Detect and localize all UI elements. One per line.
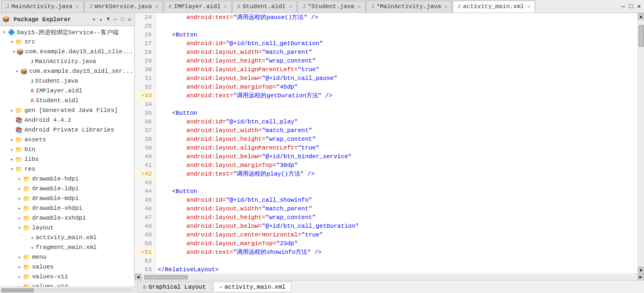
tree-expand-arrow[interactable]: ▾ xyxy=(9,39,15,45)
scroll-left-btn[interactable]: ◀ xyxy=(135,274,141,280)
tree-expand-arrow[interactable]: ▾ xyxy=(16,225,23,231)
tab-close-btn[interactable]: ✕ xyxy=(444,4,447,10)
tab-close-btn[interactable]: ✕ xyxy=(527,4,530,10)
tab-_MainActivity_java[interactable]: J*MainActivity.java✕ xyxy=(366,1,452,13)
tree-item-fragment_main[interactable]: ✦fragment_main.xml xyxy=(0,242,134,252)
code-content[interactable]: android:text="调用远程的pause()方法" /> <Button… xyxy=(156,13,637,273)
bottom-tab-Graphical_Layout[interactable]: ⊞ Graphical Layout xyxy=(137,282,212,292)
tree-expand-arrow[interactable]: ▸ xyxy=(9,157,15,163)
tree-item-implayer[interactable]: AIMPlayer.aidl xyxy=(0,86,134,96)
explorer-menu-btn[interactable]: ▼ xyxy=(106,16,111,23)
tree-item-pkg1[interactable]: ▾📦com.example.day15_aidl_clie... xyxy=(0,47,134,57)
tab-Student_aidl[interactable]: AStudent.aidl✕ xyxy=(232,1,297,13)
tree-item-android442[interactable]: 📚Android 4.4.2 xyxy=(0,115,134,125)
tree-item-activity_main[interactable]: ✦activity_main.xml xyxy=(0,233,134,242)
scroll-down-btn[interactable]: ▼ xyxy=(638,267,645,273)
tree-expand-arrow[interactable]: ▸ xyxy=(16,176,23,182)
tree-expand-arrow[interactable]: ▸ xyxy=(9,147,15,153)
explorer-collapse-btn[interactable]: ▾ xyxy=(91,16,97,23)
tab-label: MainActivity.java xyxy=(11,3,72,10)
tab-bar-controls: —□✕ xyxy=(620,3,644,10)
tree-expand-arrow[interactable]: ▸ xyxy=(16,205,23,211)
tree-item-drawable-xxhdpi[interactable]: ▸📁drawable-xxhdpi xyxy=(0,213,134,223)
tab-MainActivity_java[interactable]: JMainActivity.java✕ xyxy=(1,1,84,13)
tree-item-bin[interactable]: ▸📁bin xyxy=(0,145,134,154)
tab-WorkService_java[interactable]: JWorkService.java✕ xyxy=(84,1,163,13)
tree-item-res[interactable]: ▾📁res xyxy=(0,164,134,174)
tree-expand-arrow[interactable]: ▸ xyxy=(16,186,23,192)
tree-expand-arrow[interactable]: ▾ xyxy=(12,49,16,55)
tree-item-icon: 📁 xyxy=(23,185,30,192)
tree-item-label: Student.java xyxy=(35,78,78,84)
tab-close-btn[interactable]: ✕ xyxy=(76,4,78,10)
tree-item-icon: 📁 xyxy=(23,264,30,271)
explorer-max-btn[interactable]: □ xyxy=(120,16,125,23)
explorer-close-btn[interactable]: ✕ xyxy=(127,16,132,23)
tree-expand-arrow[interactable]: ▸ xyxy=(9,108,15,114)
code-line-43 xyxy=(158,178,635,187)
tree-item-drawable-xhdpi[interactable]: ▸📁drawable-xhdpi xyxy=(0,203,134,213)
window-control-btn[interactable]: ✕ xyxy=(636,3,642,10)
tree-item-main[interactable]: JMainActivity.java xyxy=(0,57,134,66)
tab-IMPlayer_aidl[interactable]: AIMPlayer.aidl✕ xyxy=(164,1,232,13)
code-line-32: android:layout_marginTop="45dp" xyxy=(158,83,635,91)
bottom-scrollbar[interactable]: ◀ ▶ xyxy=(135,273,644,280)
line-number-25: 25 xyxy=(135,22,155,30)
code-line-37: android:layout_width="match_parent" xyxy=(158,126,635,135)
tree-item-menu[interactable]: ▸📁menu xyxy=(0,252,134,262)
line-number-44: 44 xyxy=(135,187,155,196)
tree-expand-arrow[interactable]: ▸ xyxy=(16,264,23,270)
tree-item-drawable-ldpi[interactable]: ▸📁drawable-ldpi xyxy=(0,184,134,194)
tree-item-privatlibs[interactable]: 📚Android Private Libraries xyxy=(0,125,134,135)
tree-item-layout[interactable]: ▾📁layout xyxy=(0,223,134,233)
tab-label: *Student.java xyxy=(308,3,355,10)
tree-item-gen[interactable]: ▸📁gen [Generated Java Files] xyxy=(0,105,134,115)
tree-item-values-v14[interactable]: ▸📁values-v14 xyxy=(0,282,134,286)
tab-close-btn[interactable]: ✕ xyxy=(357,4,360,10)
code-line-53: </RelativeLayout> xyxy=(158,265,635,273)
tree-item-student[interactable]: JStudent.java xyxy=(0,76,134,86)
tree-item-label: res xyxy=(24,166,35,172)
tab-activity_main_xml[interactable]: Xactivity_main.xml✕ xyxy=(453,1,535,13)
tab-close-btn[interactable]: ✕ xyxy=(224,4,227,10)
tree-expand-arrow[interactable]: ▾ xyxy=(9,166,15,172)
scroll-right-btn[interactable]: ▶ xyxy=(637,274,644,280)
tab-icon: A xyxy=(237,4,240,10)
tree-item-label: Android 4.4.2 xyxy=(24,117,71,123)
tree-item-icon: 📁 xyxy=(15,39,23,46)
explorer-min-btn[interactable]: — xyxy=(113,16,118,23)
window-control-btn[interactable]: — xyxy=(620,3,626,10)
tree-item-pkg2[interactable]: ▾📦com.example.day15_aidl_ser... xyxy=(0,66,134,76)
bottom-tab-activity_main_xml[interactable]: ✦ activity_main.xml xyxy=(213,282,292,292)
tree-item-root[interactable]: ▾🔷Day15-跨进程绑定Service--客户端 xyxy=(0,27,134,37)
tree-item-assets[interactable]: ▸📁assets xyxy=(0,135,134,145)
window-control-btn[interactable]: □ xyxy=(628,3,634,10)
tree-item-studentaidl[interactable]: AStudent.aidl xyxy=(0,96,134,105)
tree-expand-arrow[interactable]: ▸ xyxy=(16,274,23,280)
tree-item-values-v11[interactable]: ▸📁values-v11 xyxy=(0,272,134,282)
tree-item-label: activity_main.xml xyxy=(36,234,97,241)
tree-item-drawable-mdpi[interactable]: ▸📁drawable-mdpi xyxy=(0,194,134,203)
tree-expand-arrow[interactable]: ▸ xyxy=(9,137,15,143)
tree-expand-arrow[interactable]: ▸ xyxy=(16,254,23,260)
right-scrollbar[interactable]: ▲ ▼ xyxy=(637,13,644,273)
tree-expand-arrow[interactable]: ▾ xyxy=(14,68,20,74)
tree-item-drawable-hdpi[interactable]: ▸📁drawable-hdpi xyxy=(0,174,134,184)
tree-item-libs[interactable]: ▸📁libs xyxy=(0,154,134,164)
explorer-tree[interactable]: ▾🔷Day15-跨进程绑定Service--客户端▾📁src▾📦com.exam… xyxy=(0,26,134,286)
explorer-expand-btn[interactable]: ▸ xyxy=(98,16,104,23)
tree-item-icon: 📁 xyxy=(15,107,23,114)
tree-item-src[interactable]: ▾📁src xyxy=(0,37,134,47)
tab-close-btn[interactable]: ✕ xyxy=(289,4,292,10)
tree-item-label: Day15-跨进程绑定Service--客户端 xyxy=(17,28,119,36)
tree-expand-arrow[interactable]: ▸ xyxy=(16,215,23,221)
code-line-45: android:id="@+id/btn_call_showinfo" xyxy=(158,196,635,204)
line-number-46: 46 xyxy=(135,204,155,213)
tree-expand-arrow[interactable]: ▾ xyxy=(1,29,8,35)
scroll-up-btn[interactable]: ▲ xyxy=(638,13,645,20)
tab-close-btn[interactable]: ✕ xyxy=(155,4,158,10)
tree-expand-arrow[interactable]: ▸ xyxy=(16,196,23,202)
tree-item-icon: 📁 xyxy=(23,176,30,183)
tab-_Student_java[interactable]: J*Student.java✕ xyxy=(298,1,366,13)
tree-item-values[interactable]: ▸📁values xyxy=(0,262,134,272)
